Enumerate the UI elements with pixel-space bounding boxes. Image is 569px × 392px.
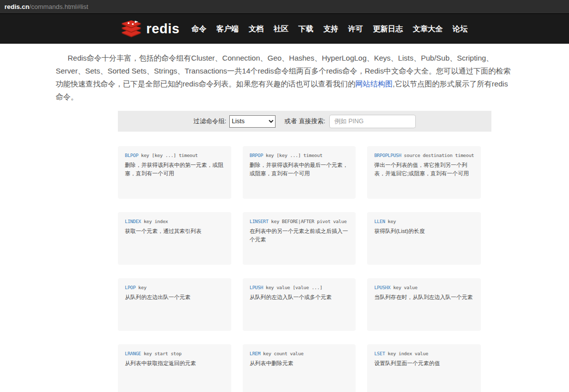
command-card-brpoplpush: BRPOPLPUSH source destination timeout 弹出… [367, 146, 481, 199]
command-link-lpush[interactable]: LPUSH [250, 285, 263, 290]
command-card-lpush: LPUSH key value [value ...] 从队列的左边入队一个或多… [243, 278, 356, 331]
command-args: key count value [263, 351, 303, 356]
command-title: LPOP key [125, 285, 224, 290]
command-description: 从列表中获取指定返回的元素 [125, 359, 224, 368]
nav-item-commands[interactable]: 命令 [191, 24, 206, 34]
command-description: 从列表中删除元素 [250, 359, 349, 368]
command-card-lset: LSET key index value 设置队列里面一个元素的值 [367, 344, 481, 392]
command-args: key BEFORE|AFTER pivot value [271, 219, 347, 224]
command-link-brpop[interactable]: BRPOP [250, 153, 263, 158]
group-filter-label: 过滤命令组: [193, 117, 226, 126]
command-group-select[interactable]: Lists [229, 115, 276, 128]
nav-item-forum[interactable]: 论坛 [453, 24, 468, 34]
command-args: key index value [388, 351, 428, 356]
command-link-llen[interactable]: LLEN [374, 219, 385, 224]
nav-item-articles[interactable]: 文章大全 [413, 24, 443, 34]
command-title: LREM key count value [250, 351, 349, 356]
command-title: LSET key index value [374, 351, 474, 356]
nav-item-community[interactable]: 社区 [274, 24, 288, 34]
command-description: 从队列的左边出队一个元素 [125, 293, 224, 302]
command-link-lrem[interactable]: LREM [250, 351, 261, 356]
command-title: LINDEX key index [125, 219, 224, 224]
command-link-lpop[interactable]: LPOP [125, 285, 136, 290]
command-card-lrem: LREM key count value 从列表中删除元素 [243, 344, 356, 392]
command-card-lindex: LINDEX key index 获取一个元素，通过其索引列表 [118, 212, 231, 265]
command-link-lpushx[interactable]: LPUSHX [374, 285, 390, 290]
browser-address-bar[interactable]: redis.cn/commands.html#list [0, 0, 569, 13]
command-title: BRPOP key [key ...] timeout [250, 153, 349, 158]
nav-item-support[interactable]: 支持 [323, 24, 338, 34]
command-description: 从队列的左边入队一个或多个元素 [250, 293, 349, 302]
command-title: LRANGE key start stop [125, 351, 224, 356]
search-label: 或者 直接搜索: [284, 117, 325, 126]
command-title: BRPOPLPUSH source destination timeout [374, 153, 474, 158]
url-path: /commands.html#list [29, 3, 88, 10]
command-description: 获得队列(List)的长度 [374, 227, 474, 235]
command-card-linsert: LINSERT key BEFORE|AFTER pivot value 在列表… [243, 212, 356, 265]
command-args: key value [393, 285, 417, 290]
command-card-lpop: LPOP key 从队列的左边出队一个元素 [118, 278, 231, 331]
nav-item-download[interactable]: 下载 [298, 24, 313, 34]
redis-logo-link[interactable]: redis [120, 19, 180, 38]
sitemap-link[interactable]: 网站结构图 [356, 79, 393, 88]
command-description: 弹出一个列表的值，将它推到另一个列表，并返回它;或阻塞，直到有一个可用 [374, 161, 474, 178]
command-link-lrange[interactable]: LRANGE [125, 351, 141, 356]
command-args: key [138, 285, 146, 290]
nav-item-license[interactable]: 许可 [348, 24, 363, 34]
command-args: key value [value ...] [266, 285, 322, 290]
command-description: 设置队列里面一个元素的值 [374, 359, 474, 368]
command-description: 删除，并获得该列表中的第一元素，或阻塞，直到有一个可用 [125, 161, 224, 178]
command-description: 当队列存在时，从队到左边入队一个元素 [374, 293, 474, 302]
command-card-lrange: LRANGE key start stop 从列表中获取指定返回的元素 [118, 344, 231, 392]
command-args: key start stop [144, 351, 182, 356]
command-title: BLPOP key [key ...] timeout [125, 153, 224, 158]
command-card-llen: LLEN key 获得队列(List)的长度 [367, 212, 481, 265]
command-description: 删除，并获得该列表中的最后一个元素，或阻塞，直到有一个可用 [250, 161, 349, 178]
url-host: redis.cn [4, 3, 29, 10]
command-link-linsert[interactable]: LINSERT [250, 219, 269, 224]
filter-bar: 过滤命令组: Lists 或者 直接搜索: [118, 111, 491, 132]
command-args: key [key ...] timeout [141, 153, 198, 158]
command-link-blpop[interactable]: BLPOP [125, 153, 138, 158]
brand-wordmark: redis [146, 22, 180, 36]
command-args: key [388, 219, 396, 224]
redis-logo-icon [120, 19, 142, 38]
site-navbar: redis 命令 客户端 文档 社区 下载 支持 许可 更新日志 文章大全 论坛 [0, 13, 569, 44]
command-card-blpop: BLPOP key [key ...] timeout 删除，并获得该列表中的第… [118, 146, 231, 199]
command-card-lpushx: LPUSHX key value 当队列存在时，从队到左边入队一个元素 [367, 278, 481, 331]
nav-item-clients[interactable]: 客户端 [216, 24, 239, 34]
command-link-lindex[interactable]: LINDEX [125, 219, 141, 224]
command-link-lset[interactable]: LSET [374, 351, 385, 356]
navbar-menu: 命令 客户端 文档 社区 下载 支持 许可 更新日志 文章大全 论坛 [187, 24, 473, 34]
command-description: 获取一个元素，通过其索引列表 [125, 227, 224, 235]
command-description: 在列表中的另一个元素之前或之后插入一个元素 [250, 227, 349, 244]
command-card-brpop: BRPOP key [key ...] timeout 删除，并获得该列表中的最… [243, 146, 356, 199]
nav-item-docs[interactable]: 文档 [249, 24, 264, 34]
commands-grid: BLPOP key [key ...] timeout 删除，并获得该列表中的第… [118, 146, 481, 392]
command-args: key [key ...] timeout [266, 153, 322, 158]
command-link-brpoplpush[interactable]: BRPOPLPUSH [374, 153, 401, 158]
command-title: LPUSH key value [value ...] [250, 285, 349, 290]
command-search-input[interactable] [329, 115, 416, 128]
command-args: source destination timeout [404, 153, 474, 158]
command-title: LINSERT key BEFORE|AFTER pivot value [250, 219, 349, 224]
command-title: LPUSHX key value [374, 285, 474, 290]
command-title: LLEN key [374, 219, 474, 224]
intro-paragraph: Redis命令十分丰富，包括的命令组有Cluster、Connection、Ge… [56, 52, 514, 103]
nav-item-changelog[interactable]: 更新日志 [373, 24, 403, 34]
command-args: key index [144, 219, 168, 224]
